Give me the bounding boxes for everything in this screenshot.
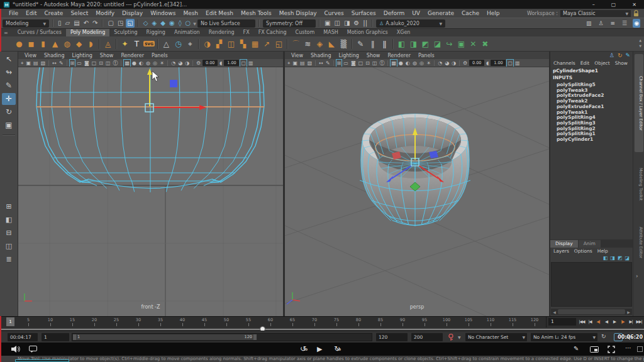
snap-projected-center-icon[interactable]: ◉ xyxy=(168,19,176,28)
select-camera-icon[interactable]: ⌖ xyxy=(20,60,25,67)
menu-windows[interactable]: Windows xyxy=(147,10,179,16)
poly-sphere-icon[interactable]: ● xyxy=(14,37,25,51)
channel-box-menu-object[interactable]: Object xyxy=(594,60,609,66)
move-tool[interactable]: ✛ xyxy=(2,93,16,105)
viewport-persp[interactable]: ViewShadingLightingShowRendererPanels ⌖▣… xyxy=(285,52,549,316)
shelf-tab-poly-modeling[interactable]: Poly Modeling xyxy=(66,29,109,36)
go-to-start-button[interactable]: |◀◀ xyxy=(578,318,586,326)
flip-icon[interactable]: ◨ xyxy=(408,37,419,51)
step-back-frame-button[interactable]: |◀ xyxy=(586,318,594,326)
fps-dropdown[interactable]: 24 fps▼ xyxy=(558,333,597,341)
panel-menu-panels[interactable]: Panels xyxy=(414,53,438,58)
channel-input-node[interactable]: polySplitRing4 xyxy=(557,114,596,120)
shelf-scroll-arrows[interactable]: ▲▼ xyxy=(639,38,641,49)
shelf-tab-mash[interactable]: MASH xyxy=(319,29,342,36)
exposure-icon[interactable]: ⚙ xyxy=(462,60,468,67)
menu-modify[interactable]: Modify xyxy=(92,10,118,16)
channel-input-node[interactable]: polySplitRing3 xyxy=(557,120,596,126)
wireframe-mode-icon[interactable]: ▩ xyxy=(124,60,130,67)
sculpt-mesh-icon[interactable]: ▒ xyxy=(338,37,349,51)
step-back-key-button[interactable]: ◀| xyxy=(594,318,602,326)
bookmark-icon[interactable]: ▤ xyxy=(299,60,306,67)
save-scene-icon[interactable]: ▤ xyxy=(72,19,80,28)
symmetry-field[interactable]: Symmetry: Off xyxy=(263,19,316,28)
channel-input-node[interactable]: polyExtrudeFace1 xyxy=(557,104,604,109)
channel-input-node[interactable]: polyCylinder1 xyxy=(557,136,593,142)
render-view-icon[interactable]: ▣ xyxy=(323,19,331,28)
layer-menu-help[interactable]: Help xyxy=(597,248,608,254)
viewport-renderer-icon[interactable]: ▢ xyxy=(507,60,513,67)
camera-attributes-icon[interactable]: ▣ xyxy=(292,60,299,67)
play-backwards-button[interactable]: ◀ xyxy=(602,318,610,326)
image-plane-icon[interactable]: ▧ xyxy=(307,60,313,67)
pip-icon[interactable] xyxy=(590,346,599,353)
origin-axis-icon[interactable]: ⌖ xyxy=(185,37,196,51)
side-tab-modeling-toolkit[interactable]: Modeling Toolkit xyxy=(635,156,643,212)
poly-disc-icon[interactable]: ◗ xyxy=(86,37,96,51)
layout-single-persp[interactable]: ◧ xyxy=(2,214,16,226)
insert-edge-loop-icon[interactable]: ∥ xyxy=(367,37,378,51)
toggle-attribute-editor-icon[interactable]: ≡ xyxy=(609,19,617,28)
workspace-dropdown[interactable]: Maya Classic ▼ xyxy=(560,10,631,17)
select-object-icon[interactable]: ◳ xyxy=(116,19,125,28)
exposure-field[interactable]: 0.00 xyxy=(469,60,484,66)
user-account-dropdown[interactable]: ♙A.aluko_2020▼ xyxy=(376,19,445,28)
camera-attributes-icon[interactable]: ▣ xyxy=(26,60,32,67)
menu-mesh-tools[interactable]: Mesh Tools xyxy=(237,10,275,16)
new-layer-icon[interactable]: ◧ xyxy=(603,255,608,261)
poly-cube-icon[interactable]: ◼ xyxy=(26,37,36,51)
layers-list-area[interactable] xyxy=(551,262,632,307)
delete-edge-icon[interactable]: ✕ xyxy=(468,37,479,51)
xray-icon[interactable]: ◕ xyxy=(444,60,450,67)
video-seek-track[interactable] xyxy=(0,329,644,330)
toggle-character-controls-icon[interactable]: ♙ xyxy=(597,19,604,28)
sidebar-collapse-chevron[interactable]: › xyxy=(636,273,638,279)
breakdown-icon[interactable]: ↻ xyxy=(618,52,623,58)
rotate-tool[interactable]: ↻ xyxy=(2,106,16,118)
layout-two-pane[interactable]: ◫ xyxy=(2,240,16,252)
paint-transfer-icon[interactable]: ▣ xyxy=(456,37,467,51)
svg-tool-icon[interactable]: SVG xyxy=(143,41,155,47)
gamma-icon[interactable]: ◖ xyxy=(219,60,223,67)
image-plane-icon[interactable]: ▧ xyxy=(40,60,47,67)
grid-toggle-icon[interactable]: ⊞ xyxy=(336,60,342,67)
play-forwards-button[interactable]: ▶ xyxy=(611,318,618,326)
layout-outliner[interactable]: ≣ xyxy=(2,253,16,265)
isolate-select-icon[interactable]: ◔ xyxy=(437,60,443,67)
layout-four-view[interactable]: ⊞ xyxy=(2,200,16,212)
shelf-tab-rigging[interactable]: Rigging xyxy=(142,29,170,36)
mirror-icon[interactable]: ◧ xyxy=(396,37,407,51)
shelf-tab-animation[interactable]: Animation xyxy=(170,29,204,36)
gamma-icon[interactable]: ◖ xyxy=(486,60,489,67)
panel-menu-shading[interactable]: Shading xyxy=(40,53,69,58)
shaded-mode-icon[interactable]: ● xyxy=(398,60,404,67)
select-component-icon[interactable]: ◱ xyxy=(126,19,134,28)
fullscreen-icon[interactable] xyxy=(608,346,615,353)
chevron-down-icon[interactable]: ▼ xyxy=(458,335,461,339)
shadows-icon[interactable]: ◎ xyxy=(152,60,158,67)
character-set-dropdown[interactable]: No Character Set▼ xyxy=(465,333,527,341)
undo-icon[interactable]: ↶ xyxy=(82,19,90,28)
lock-icon[interactable] xyxy=(633,10,639,17)
ipr-render-icon[interactable]: ◨ xyxy=(343,19,351,28)
platonic-solid-icon[interactable]: ◬ xyxy=(103,37,113,51)
channel-input-node[interactable]: polyTweak3 xyxy=(557,87,588,93)
layer-tab-display[interactable]: Display xyxy=(550,240,578,248)
occlusion-icon[interactable]: ☀ xyxy=(159,60,165,67)
step-forward-frame-button[interactable]: ▶| xyxy=(627,318,635,326)
film-gate-icon[interactable]: ▭ xyxy=(76,60,82,67)
wireframe-on-shaded-icon[interactable]: ◑ xyxy=(184,60,190,67)
panel-menu-view[interactable]: View xyxy=(287,53,307,58)
playback-end-field[interactable]: 120 xyxy=(376,333,408,341)
range-slider-range[interactable]: 1 120 xyxy=(73,334,257,340)
menu-curves[interactable]: Curves xyxy=(321,10,348,16)
channel-input-node[interactable]: polySplitRing2 xyxy=(557,126,596,131)
make-live-icon[interactable]: ○ xyxy=(184,19,192,28)
set-key-icon[interactable] xyxy=(448,334,454,341)
extrude-icon[interactable]: ↗ xyxy=(262,37,272,51)
snap-point-icon[interactable]: ◆ xyxy=(159,19,167,28)
shadows-icon[interactable]: ◎ xyxy=(419,60,425,67)
current-frame-field[interactable]: 1 xyxy=(548,318,576,326)
select-tool[interactable]: ↖ xyxy=(2,53,16,65)
wireframe-on-shaded-icon[interactable]: ◑ xyxy=(451,60,457,67)
